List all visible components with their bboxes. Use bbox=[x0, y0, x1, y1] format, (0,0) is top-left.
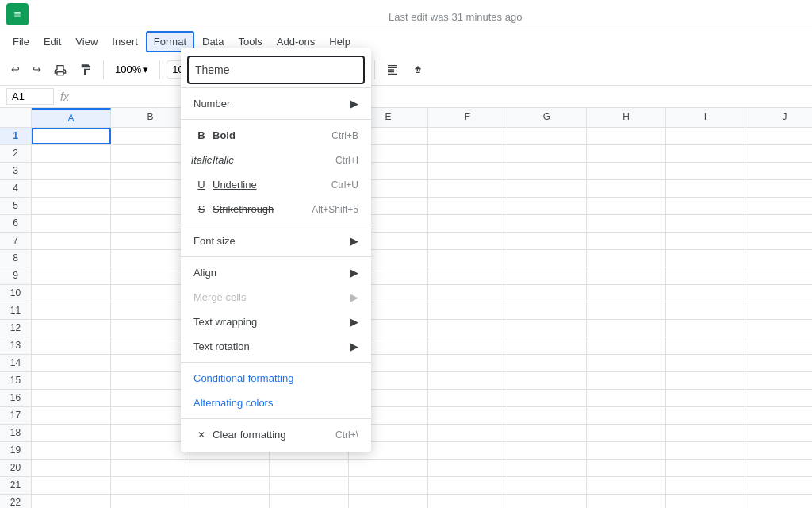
cell[interactable] bbox=[587, 337, 666, 354]
undo-button[interactable]: ↩ bbox=[6, 60, 25, 79]
menu-view[interactable]: View bbox=[69, 33, 104, 51]
cell[interactable] bbox=[666, 460, 745, 476]
format-menu-text-rotation[interactable]: Text rotation ▶ bbox=[181, 334, 371, 359]
cell[interactable] bbox=[666, 495, 745, 508]
cell[interactable] bbox=[32, 163, 111, 179]
cell[interactable] bbox=[587, 477, 666, 494]
cell[interactable] bbox=[111, 267, 190, 284]
cell[interactable] bbox=[508, 320, 587, 337]
format-menu-strikethrough[interactable]: S Strikethrough Alt+Shift+5 bbox=[181, 197, 371, 221]
cell[interactable] bbox=[745, 390, 812, 406]
cell[interactable] bbox=[32, 215, 111, 232]
cell[interactable] bbox=[666, 407, 745, 424]
cell[interactable] bbox=[32, 495, 111, 508]
cell[interactable] bbox=[111, 477, 190, 494]
cell[interactable] bbox=[111, 442, 190, 459]
format-menu-font-size[interactable]: Font size ▶ bbox=[181, 229, 371, 253]
cell[interactable] bbox=[428, 442, 508, 459]
cell[interactable] bbox=[666, 337, 745, 354]
cell[interactable] bbox=[587, 215, 666, 232]
cell[interactable] bbox=[32, 250, 111, 267]
cell[interactable] bbox=[270, 477, 349, 494]
cell[interactable] bbox=[745, 372, 812, 389]
cell[interactable] bbox=[111, 337, 190, 354]
format-menu-theme[interactable]: Theme bbox=[187, 56, 365, 84]
col-header-i[interactable]: I bbox=[666, 108, 745, 127]
cell[interactable] bbox=[111, 215, 190, 232]
paint-format-button[interactable] bbox=[75, 60, 97, 79]
cell[interactable] bbox=[32, 128, 111, 144]
cell[interactable] bbox=[32, 337, 111, 354]
cell[interactable] bbox=[666, 128, 745, 144]
cell[interactable] bbox=[745, 163, 812, 179]
cell[interactable] bbox=[349, 495, 428, 508]
col-header-h[interactable]: H bbox=[587, 108, 666, 127]
cell[interactable] bbox=[587, 302, 666, 319]
cell[interactable] bbox=[349, 460, 428, 476]
cell[interactable] bbox=[508, 250, 587, 267]
cell[interactable] bbox=[508, 477, 587, 494]
cell[interactable] bbox=[587, 320, 666, 337]
cell[interactable] bbox=[508, 442, 587, 459]
col-header-f[interactable]: F bbox=[428, 108, 508, 127]
align-button[interactable] bbox=[381, 60, 404, 79]
cell[interactable] bbox=[745, 128, 812, 144]
cell[interactable] bbox=[745, 407, 812, 424]
cell[interactable] bbox=[428, 163, 508, 179]
cell[interactable] bbox=[190, 477, 270, 494]
format-menu-align[interactable]: Align ▶ bbox=[181, 260, 371, 285]
cell[interactable] bbox=[666, 442, 745, 459]
cell[interactable] bbox=[666, 425, 745, 441]
cell[interactable] bbox=[587, 460, 666, 476]
cell[interactable] bbox=[111, 320, 190, 337]
cell[interactable] bbox=[32, 460, 111, 476]
cell[interactable] bbox=[587, 145, 666, 162]
cell[interactable] bbox=[32, 180, 111, 197]
cell[interactable] bbox=[428, 390, 508, 406]
cell[interactable] bbox=[428, 267, 508, 284]
format-menu-underline[interactable]: U Underline Ctrl+U bbox=[181, 172, 371, 197]
cell[interactable] bbox=[111, 285, 190, 302]
cell[interactable] bbox=[270, 460, 349, 476]
cell[interactable] bbox=[666, 163, 745, 179]
cell[interactable] bbox=[508, 215, 587, 232]
format-menu-number[interactable]: Number ▶ bbox=[181, 91, 371, 116]
col-header-g[interactable]: G bbox=[508, 108, 587, 127]
cell[interactable] bbox=[745, 250, 812, 267]
cell[interactable] bbox=[587, 495, 666, 508]
cell[interactable] bbox=[666, 250, 745, 267]
cell[interactable] bbox=[111, 372, 190, 389]
cell[interactable] bbox=[111, 180, 190, 197]
cell[interactable] bbox=[32, 302, 111, 319]
cell[interactable] bbox=[428, 425, 508, 441]
cell[interactable] bbox=[111, 128, 190, 144]
cell[interactable] bbox=[745, 460, 812, 476]
cell[interactable] bbox=[587, 372, 666, 389]
cell[interactable] bbox=[666, 302, 745, 319]
cell[interactable] bbox=[745, 320, 812, 337]
zoom-button[interactable]: 100% ▾ bbox=[110, 60, 153, 79]
cell[interactable] bbox=[428, 372, 508, 389]
cell[interactable] bbox=[32, 442, 111, 459]
cell[interactable] bbox=[428, 477, 508, 494]
cell[interactable] bbox=[745, 495, 812, 508]
cell[interactable] bbox=[111, 250, 190, 267]
cell[interactable] bbox=[508, 407, 587, 424]
cell[interactable] bbox=[745, 442, 812, 459]
cell[interactable] bbox=[428, 145, 508, 162]
cell[interactable] bbox=[508, 233, 587, 249]
valign-button[interactable] bbox=[407, 60, 429, 79]
cell[interactable] bbox=[508, 495, 587, 508]
cell[interactable] bbox=[190, 460, 270, 476]
cell[interactable] bbox=[745, 285, 812, 302]
format-menu-text-wrapping[interactable]: Text wrapping ▶ bbox=[181, 310, 371, 334]
cell[interactable] bbox=[666, 372, 745, 389]
cell[interactable] bbox=[428, 460, 508, 476]
cell[interactable] bbox=[666, 267, 745, 284]
cell[interactable] bbox=[508, 355, 587, 371]
cell[interactable] bbox=[666, 145, 745, 162]
cell[interactable] bbox=[111, 163, 190, 179]
cell[interactable] bbox=[587, 163, 666, 179]
cell[interactable] bbox=[111, 355, 190, 371]
cell[interactable] bbox=[32, 355, 111, 371]
